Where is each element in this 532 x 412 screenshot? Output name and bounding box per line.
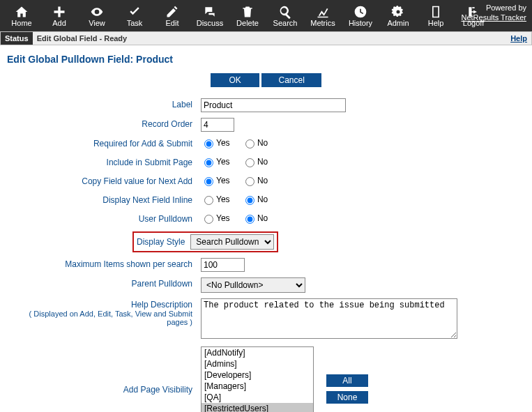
no-text: No: [257, 194, 268, 204]
edit-label: Edit: [166, 19, 179, 27]
history-button[interactable]: History: [342, 5, 379, 27]
cancel-button[interactable]: Cancel: [261, 73, 321, 87]
no-text: No: [257, 138, 268, 148]
max-items-input[interactable]: [201, 258, 245, 272]
visibility-item[interactable]: [Admins]: [202, 358, 313, 369]
copy-next-label: Copy Field value for Next Add: [7, 172, 197, 191]
display-style-label: Display Style: [137, 237, 185, 247]
display-style-highlight: Display Style Search Pulldown: [132, 231, 278, 252]
record-order-input[interactable]: [201, 118, 234, 132]
content-area: Edit Global Pulldown Field: Product OK C…: [0, 45, 532, 412]
display-inline-yes-radio[interactable]: [204, 196, 213, 205]
visibility-none-button[interactable]: None: [326, 391, 368, 404]
display-style-select[interactable]: Search Pulldown: [190, 234, 274, 250]
yes-text: Yes: [216, 194, 230, 204]
status-bar: Status Edit Global Field - Ready Help: [0, 31, 532, 45]
home-label: Home: [11, 19, 31, 27]
copy-next-no-radio[interactable]: [245, 177, 254, 186]
delete-label: Delete: [236, 19, 259, 27]
task-label: Task: [127, 19, 143, 27]
delete-button[interactable]: Delete: [229, 5, 266, 27]
add-button[interactable]: Add: [40, 5, 78, 27]
history-icon: [354, 5, 367, 19]
include-submit-yes-radio[interactable]: [204, 158, 213, 167]
discuss-icon: [203, 5, 217, 19]
status-text: Edit Global Field - Ready: [33, 34, 507, 43]
admin-button[interactable]: Admin: [379, 5, 417, 27]
edit-button[interactable]: Edit: [153, 5, 191, 27]
record-order-label: Record Order: [7, 115, 197, 135]
max-items-label: Maximum Items shown per search: [7, 255, 197, 275]
view-label: View: [89, 19, 105, 27]
visibility-all-button[interactable]: All: [326, 374, 368, 387]
check-icon: [128, 5, 142, 19]
include-submit-no-radio[interactable]: [245, 158, 254, 167]
help-button[interactable]: Help: [417, 5, 455, 27]
help-desc-sublabel: ( Displayed on Add, Edit, Task, View and…: [11, 310, 192, 326]
label-input[interactable]: [201, 98, 346, 112]
yes-text: Yes: [216, 213, 230, 223]
no-text: No: [257, 157, 268, 167]
visibility-item[interactable]: [RestrictedUsers]: [202, 403, 313, 412]
discuss-button[interactable]: Discuss: [191, 5, 229, 27]
powered-by: Powered by NetResults Tracker: [461, 3, 526, 22]
include-submit-label: Include in Submit Page: [7, 153, 197, 172]
metrics-button[interactable]: Metrics: [304, 5, 342, 27]
visibility-listbox[interactable]: [AddNotify][Admins][Developers][Managers…: [201, 346, 314, 412]
trash-icon: [241, 5, 254, 19]
user-pulldown-no-radio[interactable]: [245, 215, 254, 224]
form-table: Label Record Order Required for Add & Su…: [7, 96, 525, 412]
required-no-radio[interactable]: [245, 139, 254, 148]
copy-next-yes-radio[interactable]: [204, 177, 213, 186]
status-help-link[interactable]: Help: [506, 34, 531, 43]
home-button[interactable]: Home: [3, 5, 40, 27]
history-label: History: [349, 19, 372, 27]
admin-label: Admin: [387, 19, 409, 27]
eye-icon: [90, 5, 104, 19]
visibility-item[interactable]: [QA]: [202, 392, 313, 403]
task-button[interactable]: Task: [116, 5, 153, 27]
help-label: Help: [428, 19, 444, 27]
visibility-item[interactable]: [Managers]: [202, 381, 313, 392]
yes-text: Yes: [216, 138, 230, 148]
visibility-label: Add Page Visibility: [7, 344, 197, 412]
required-yes-radio[interactable]: [204, 139, 213, 148]
user-pulldown-yes-radio[interactable]: [204, 215, 213, 224]
page-title: Edit Global Pulldown Field: Product: [7, 54, 525, 65]
visibility-item[interactable]: [AddNotify]: [202, 347, 313, 358]
help-desc-label: Help Description ( Displayed on Add, Edi…: [7, 296, 197, 344]
display-inline-no-radio[interactable]: [245, 196, 254, 205]
label-label: Label: [7, 96, 197, 115]
plus-icon: [52, 5, 66, 19]
ok-button[interactable]: OK: [211, 73, 259, 87]
powered-by-link[interactable]: NetResults Tracker: [461, 13, 526, 22]
search-icon: [278, 5, 292, 19]
visibility-item[interactable]: [Developers]: [202, 369, 313, 381]
gear-icon: [391, 5, 405, 19]
discuss-label: Discuss: [197, 19, 224, 27]
help-desc-textarea[interactable]: The product related to the issue being s…: [201, 298, 457, 339]
home-icon: [15, 5, 29, 19]
yes-text: Yes: [216, 176, 230, 185]
display-inline-label: Display Next Field Inline: [7, 191, 197, 210]
required-label: Required for Add & Submit: [7, 135, 197, 153]
metrics-icon: [316, 5, 330, 19]
parent-pulldown-label: Parent Pulldown: [7, 275, 197, 296]
pencil-icon: [165, 5, 179, 19]
yes-text: Yes: [216, 157, 230, 167]
user-pulldown-label: User Pulldown: [7, 210, 197, 229]
no-text: No: [257, 176, 268, 185]
add-label: Add: [52, 19, 66, 27]
view-button[interactable]: View: [78, 5, 116, 27]
help-icon: [429, 5, 443, 19]
metrics-label: Metrics: [310, 19, 335, 27]
status-label: Status: [1, 32, 33, 45]
no-text: No: [257, 213, 268, 223]
search-button[interactable]: Search: [266, 5, 304, 27]
search-label: Search: [273, 19, 298, 27]
toolbar: Home Add View Task Edit Discuss Delete S…: [0, 0, 532, 31]
parent-pulldown-select[interactable]: <No Pulldown>: [201, 277, 305, 293]
